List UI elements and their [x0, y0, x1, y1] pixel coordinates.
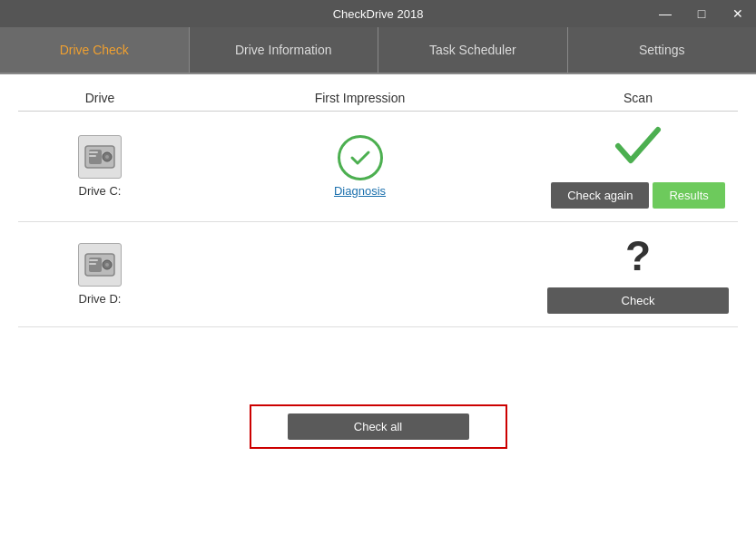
title-bar: CheckDrive 2018 — □ ✕	[0, 0, 756, 27]
drive-c-impression: Diagnosis	[182, 135, 538, 198]
maximize-button[interactable]: □	[683, 0, 720, 27]
svg-point-9	[105, 263, 109, 267]
nav-tabs: Drive Check Drive Information Task Sched…	[0, 27, 756, 74]
main-content: Drive First Impression Scan Drive C:	[0, 74, 756, 535]
drive-c-scan-buttons: Check again Results	[551, 182, 725, 209]
svg-rect-11	[89, 263, 96, 265]
drive-d-check-button[interactable]: Check	[547, 287, 729, 314]
drive-c-diagnosis-link[interactable]: Diagnosis	[334, 184, 386, 198]
col-drive-header: Drive	[18, 91, 182, 105]
drive-d-label: Drive D:	[79, 292, 122, 306]
svg-rect-10	[89, 259, 98, 261]
drive-d-scan-unknown-icon: ?	[625, 235, 651, 277]
results-button[interactable]: Results	[653, 182, 724, 209]
svg-point-3	[105, 155, 109, 159]
drive-c-impression-icon	[338, 135, 383, 180]
table-header: Drive First Impression Scan	[18, 83, 738, 112]
drive-c-scan: Check again Results	[538, 124, 738, 209]
check-all-wrapper: Check all	[250, 404, 507, 449]
svg-rect-4	[89, 151, 98, 153]
close-button[interactable]: ✕	[720, 0, 756, 27]
drive-c-label: Drive C:	[79, 184, 122, 198]
drive-d-info: Drive D:	[18, 243, 182, 306]
app-title: CheckDrive 2018	[333, 7, 424, 21]
tab-settings[interactable]: Settings	[568, 27, 757, 73]
table-row: Drive D: ? Check	[18, 222, 738, 327]
drive-c-scan-ok-icon	[614, 124, 662, 175]
drive-d-icon	[78, 243, 122, 287]
col-impression-header: First Impression	[182, 91, 538, 105]
tab-drive-check[interactable]: Drive Check	[0, 27, 190, 73]
window-controls: — □ ✕	[647, 0, 756, 27]
minimize-button[interactable]: —	[647, 0, 683, 27]
drive-c-info: Drive C:	[18, 135, 182, 198]
check-all-button[interactable]: Check all	[288, 413, 469, 440]
table-row: Drive C: Diagnosis Check again Results	[18, 112, 738, 222]
drive-c-icon	[78, 135, 122, 179]
check-again-button[interactable]: Check again	[551, 182, 649, 209]
tab-drive-information[interactable]: Drive Information	[190, 27, 379, 73]
bottom-area: Check all	[18, 327, 738, 526]
drive-d-scan: ? Check	[538, 235, 738, 314]
svg-rect-5	[89, 155, 96, 157]
col-scan-header: Scan	[538, 91, 738, 105]
tab-task-scheduler[interactable]: Task Scheduler	[378, 27, 568, 73]
